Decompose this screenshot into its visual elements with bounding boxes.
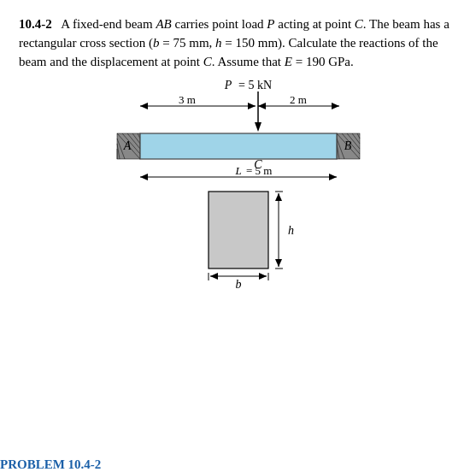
problem-description: A fixed-end beam AB carries point load P…	[19, 17, 450, 68]
svg-marker-4	[140, 103, 148, 109]
dim-3m: 3 m	[179, 93, 196, 106]
problem-number: 10.4-2	[19, 17, 52, 31]
b-label: b	[235, 278, 241, 290]
svg-marker-2	[255, 122, 262, 132]
svg-rect-26	[140, 133, 337, 159]
page: 10.4-2 A fixed-end beam AB carries point…	[0, 0, 476, 472]
svg-marker-36	[275, 259, 282, 267]
point-a: A	[122, 139, 131, 152]
svg-marker-8	[332, 103, 339, 109]
svg-marker-5	[248, 103, 256, 109]
dim-L5m: L	[234, 164, 241, 177]
h-label: h	[288, 224, 294, 237]
svg-marker-35	[275, 193, 282, 201]
svg-text:= 5 kN: = 5 kN	[238, 79, 272, 91]
svg-marker-40	[210, 273, 218, 280]
load-p-label: P	[223, 79, 232, 91]
svg-text:= 5 m: = 5 m	[246, 164, 272, 177]
diagram-area: P = 5 kN 3 m 2 m	[19, 76, 457, 324]
problem-label: PROBLEM 10.4-2	[0, 457, 101, 472]
problem-text: 10.4-2 A fixed-end beam AB carries point…	[19, 15, 457, 71]
svg-marker-28	[140, 174, 148, 180]
svg-marker-7	[258, 103, 266, 109]
svg-marker-29	[329, 174, 337, 180]
point-b: B	[344, 139, 351, 152]
svg-marker-41	[259, 273, 267, 280]
svg-rect-31	[209, 192, 268, 268]
beam-diagram: P = 5 kN 3 m 2 m	[102, 76, 375, 290]
dim-2m: 2 m	[290, 93, 307, 106]
